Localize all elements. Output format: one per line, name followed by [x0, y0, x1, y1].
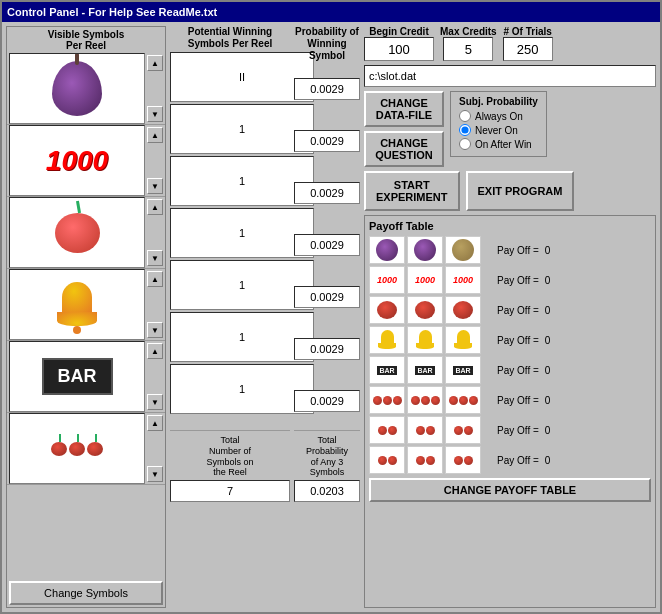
radio-on-after-win: On After Win [459, 138, 538, 150]
list-item [294, 220, 360, 270]
payoff-val-3: 0 [545, 335, 551, 346]
payoff-label-3: Pay Off = [497, 335, 539, 346]
change-question-button[interactable]: CHANGEQUESTION [364, 131, 444, 167]
symbol-plum [9, 53, 145, 124]
change-symbols-button[interactable]: Change Symbols [9, 581, 163, 605]
prob-input-0[interactable] [294, 78, 360, 100]
payoff-label-6: Pay Off = [497, 425, 539, 436]
list-item: Pay Off = 0 [369, 236, 651, 264]
list-item: Pay Off = 0 [369, 446, 651, 474]
bottom-buttons: STARTEXPERIMENT EXIT PROGRAM [364, 171, 656, 211]
total-symbols-input[interactable] [170, 480, 290, 502]
prob-input-3[interactable] [294, 234, 360, 256]
total-prob-label: TotalProbabilityof Any 3Symbols [294, 435, 360, 478]
total-prob-input[interactable] [294, 480, 360, 502]
payoff-symbols-3 [369, 326, 489, 354]
list-item: 1000 ▲ ▼ [7, 125, 165, 197]
credits-section: Begin Credit Max Credits # Of Trials [364, 26, 656, 61]
left-buttons: CHANGEDATA-FILE CHANGEQUESTION [364, 91, 444, 167]
list-item: ▲ ▼ [7, 413, 165, 485]
list-item: ▲ ▼ [7, 197, 165, 269]
thousand-icon: 1000 [46, 145, 108, 177]
list-item: ▲ ▼ [7, 269, 165, 341]
winning-input-3[interactable] [170, 208, 314, 258]
payoff-label-4: Pay Off = [497, 365, 539, 376]
winning-input-4[interactable] [170, 260, 314, 310]
prob-input-2[interactable] [294, 182, 360, 204]
scroll-down-plum[interactable]: ▼ [147, 106, 163, 122]
scroll-up-plum[interactable]: ▲ [147, 55, 163, 71]
scroll-arrows-cherry: ▲ ▼ [147, 197, 165, 268]
total-symbols-label: TotalNumber ofSymbols onthe Reel [170, 435, 290, 478]
scroll-up-bell[interactable]: ▲ [147, 271, 163, 287]
scroll-down-bar[interactable]: ▼ [147, 394, 163, 410]
winning-input-0[interactable] [170, 52, 314, 102]
winning-input-1[interactable] [170, 104, 314, 154]
list-item [294, 272, 360, 322]
title-bar: Control Panel - For Help See ReadMe.txt [2, 2, 660, 22]
cherries-icon [51, 442, 103, 456]
list-item [170, 364, 290, 414]
prob-input-4[interactable] [294, 286, 360, 308]
winning-header: Potential WinningSymbols Per Reel [170, 26, 290, 50]
payoff-section: Payoff Table Pay Off = 0 [364, 215, 656, 608]
trials-input[interactable] [503, 37, 553, 61]
begin-credit-input[interactable] [364, 37, 434, 61]
scroll-up-1000[interactable]: ▲ [147, 127, 163, 143]
file-path-input[interactable] [364, 65, 656, 87]
payoff-val-0: 0 [545, 245, 551, 256]
change-payoff-button[interactable]: CHANGE PAYOFF TABLE [369, 478, 651, 502]
prob-input-6[interactable] [294, 390, 360, 412]
payoff-val-2: 0 [545, 305, 551, 316]
list-item [170, 312, 290, 362]
payoff-rows: Pay Off = 0 1000 1000 1000 Pay Off = 0 [369, 236, 651, 474]
prob-input-5[interactable] [294, 338, 360, 360]
radio-on-after-win-input[interactable] [459, 138, 471, 150]
start-experiment-button[interactable]: STARTEXPERIMENT [364, 171, 460, 211]
scroll-down-1000[interactable]: ▼ [147, 178, 163, 194]
list-item [170, 208, 290, 258]
trials-label: # Of Trials [504, 26, 552, 37]
symbol-bell [9, 269, 145, 340]
scroll-arrows-cherries: ▲ ▼ [147, 413, 165, 484]
payoff-symbols-0 [369, 236, 489, 264]
scroll-down-bell[interactable]: ▼ [147, 322, 163, 338]
max-credits-input[interactable] [443, 37, 493, 61]
winning-input-2[interactable] [170, 156, 314, 206]
scroll-up-cherry[interactable]: ▲ [147, 199, 163, 215]
payoff-val-4: 0 [545, 365, 551, 376]
radio-always-on-input[interactable] [459, 110, 471, 122]
payoff-label-7: Pay Off = [497, 455, 539, 466]
payoff-label-0: Pay Off = [497, 245, 539, 256]
scroll-up-bar[interactable]: ▲ [147, 343, 163, 359]
prob-input-1[interactable] [294, 130, 360, 152]
list-item: BAR ▲ ▼ [7, 341, 165, 413]
begin-credit-field: Begin Credit [364, 26, 434, 61]
probability-panel: Probability ofWinning Symbol [294, 26, 360, 502]
left-panel-header: Visible SymbolsPer Reel [7, 27, 165, 53]
change-data-button[interactable]: CHANGEDATA-FILE [364, 91, 444, 127]
scroll-down-cherry[interactable]: ▼ [147, 250, 163, 266]
winning-input-5[interactable] [170, 312, 314, 362]
radio-always-on-label: Always On [475, 111, 523, 122]
winning-inputs [170, 52, 290, 426]
scroll-down-cherries[interactable]: ▼ [147, 466, 163, 482]
winning-input-6[interactable] [170, 364, 314, 414]
list-item [170, 104, 290, 154]
payoff-symbols-7 [369, 446, 489, 474]
symbol-bar: BAR [9, 341, 145, 412]
radio-never-on-input[interactable] [459, 124, 471, 136]
prob-header: Probability ofWinning Symbol [294, 26, 360, 62]
list-item: Pay Off = 0 [369, 416, 651, 444]
trials-field: # Of Trials [503, 26, 553, 61]
subj-prob-title: Subj. Probability [459, 96, 538, 107]
controls-row: CHANGEDATA-FILE CHANGEQUESTION Subj. Pro… [364, 91, 656, 167]
exit-program-button[interactable]: EXIT PROGRAM [466, 171, 575, 211]
scroll-up-cherries[interactable]: ▲ [147, 415, 163, 431]
list-item [294, 116, 360, 166]
plum-icon [52, 61, 102, 116]
payoff-symbols-5 [369, 386, 489, 414]
list-item: ▲ ▼ [7, 53, 165, 125]
prob-inputs [294, 64, 360, 426]
list-item: 1000 1000 1000 Pay Off = 0 [369, 266, 651, 294]
